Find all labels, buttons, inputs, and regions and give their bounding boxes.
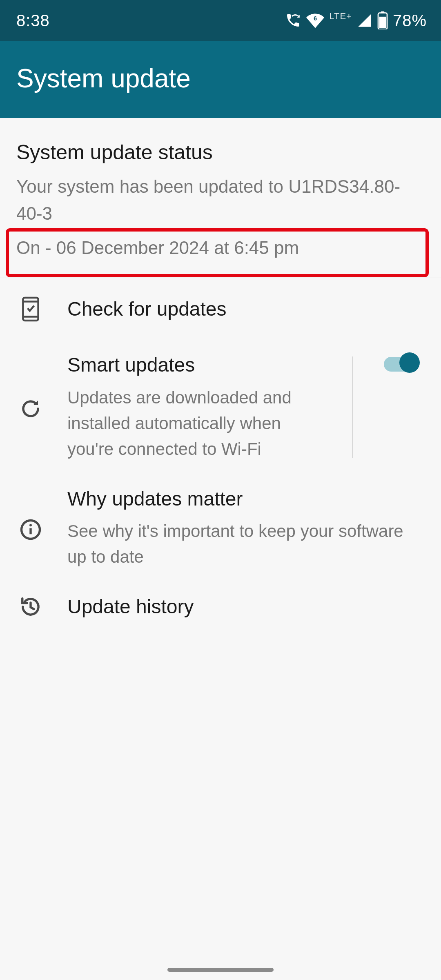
status-version-line: Your system has been updated to U1RDS34.…: [16, 173, 425, 227]
page-title: System update: [16, 63, 425, 94]
status-bar: 8:38 6 LTE+ 78%: [0, 0, 441, 41]
battery-icon: [377, 11, 388, 29]
check-for-updates-row[interactable]: Check for updates: [0, 278, 441, 340]
svg-rect-2: [381, 11, 384, 13]
wifi-icon: 6: [306, 11, 324, 29]
smart-updates-label: Smart updates: [67, 352, 330, 378]
smart-updates-row[interactable]: Smart updates Updates are downloaded and…: [0, 340, 441, 474]
app-header: System update: [0, 41, 441, 118]
history-icon: [16, 596, 45, 618]
info-icon: [16, 515, 45, 541]
update-history-label: Update history: [67, 594, 425, 619]
status-time: 8:38: [16, 11, 50, 30]
refresh-icon: [16, 394, 45, 420]
svg-point-9: [29, 524, 32, 526]
why-updates-desc: See why it's important to keep your soft…: [67, 518, 425, 570]
network-label: LTE+: [329, 11, 352, 22]
check-for-updates-label: Check for updates: [67, 296, 425, 322]
phone-check-icon: [16, 296, 45, 322]
signal-icon: [357, 13, 372, 28]
update-history-row[interactable]: Update history: [0, 582, 441, 632]
wifi-calling-icon: [285, 12, 301, 29]
smart-updates-desc: Updates are downloaded and installed aut…: [67, 385, 330, 462]
status-right: 6 LTE+ 78%: [285, 11, 427, 30]
battery-text: 78%: [393, 11, 427, 30]
update-status-block: System update status Your system has bee…: [0, 118, 441, 278]
svg-text:6: 6: [314, 15, 317, 22]
gesture-bar[interactable]: [167, 968, 274, 972]
status-title: System update status: [16, 140, 425, 164]
svg-rect-3: [379, 17, 386, 28]
why-updates-label: Why updates matter: [67, 486, 425, 512]
why-updates-row[interactable]: Why updates matter See why it's importan…: [0, 474, 441, 582]
vertical-divider: [352, 356, 353, 457]
smart-updates-toggle[interactable]: [381, 352, 420, 373]
status-date-line: On - 06 December 2024 at 6:45 pm: [16, 234, 425, 261]
